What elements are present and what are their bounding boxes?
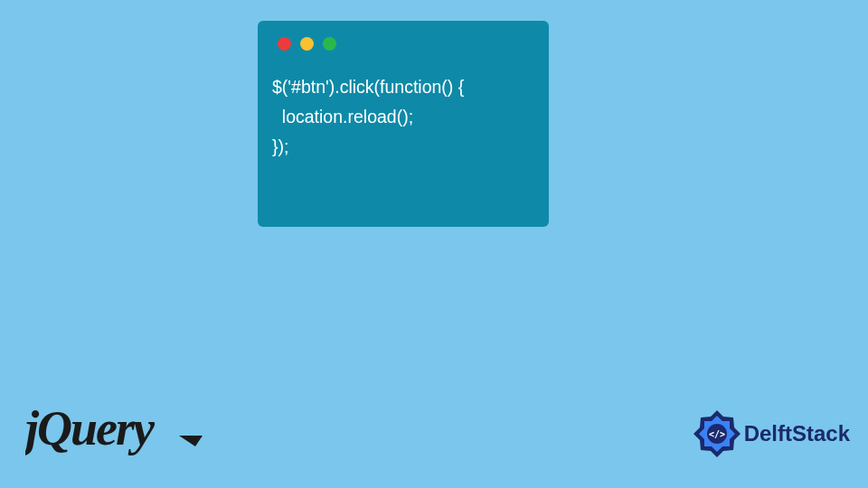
code-line: }); xyxy=(272,136,288,156)
jquery-logo-svg: jQuery xyxy=(25,403,215,457)
window-controls xyxy=(278,37,531,51)
code-block: $('#btn').click(function() { location.re… xyxy=(272,72,531,162)
svg-text:</>: </> xyxy=(709,429,725,439)
close-icon xyxy=(278,37,291,51)
code-line: $('#btn').click(function() { xyxy=(272,77,464,97)
code-line: location.reload(); xyxy=(272,107,413,127)
delftstack-logo: </> DelftStack xyxy=(692,408,850,459)
delftstack-icon: </> xyxy=(692,408,742,459)
maximize-icon xyxy=(323,37,336,51)
code-window: $('#btn').click(function() { location.re… xyxy=(258,21,549,227)
jquery-logo: jQuery xyxy=(25,403,215,468)
delftstack-label: DelftStack xyxy=(744,421,850,446)
minimize-icon xyxy=(300,37,314,51)
svg-text:jQuery: jQuery xyxy=(25,403,156,455)
